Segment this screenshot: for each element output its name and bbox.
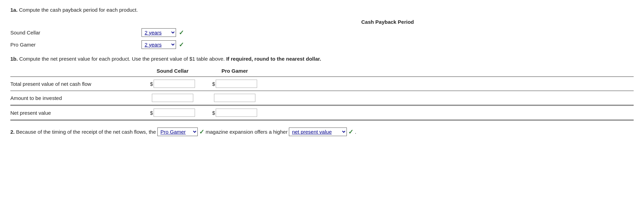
cash-payback-section: Cash Payback Period Sound Cellar 1 year …	[10, 19, 634, 49]
dollar-sign-1: $	[150, 81, 153, 87]
sound-cellar-payback-select[interactable]: 1 year 2 years 3 years 4 years 5 years	[142, 28, 176, 37]
npv-input-invested-pg[interactable]	[214, 94, 255, 102]
sound-cellar-label: Sound Cellar	[10, 30, 142, 35]
cash-payback-header: Cash Payback Period	[142, 19, 634, 25]
section-1a-number: 1a.	[10, 7, 18, 13]
section-1b-text: Compute the net present value for each p…	[18, 56, 225, 62]
npv-input-net-pg[interactable]	[216, 109, 257, 117]
npv-input-invested-sc[interactable]	[152, 94, 193, 102]
section-2: 2. Because of the timing of the receipt …	[10, 127, 634, 136]
npv-input-total-sc[interactable]	[154, 80, 195, 88]
npv-input-total-pg[interactable]	[216, 80, 257, 88]
pro-gamer-row: Pro Gamer 1 year 2 years 3 years 4 years…	[10, 40, 634, 49]
section-2-check2: ✓	[348, 128, 353, 136]
npv-label-net: Net present value	[10, 110, 142, 116]
npv-cell-total-sc: $	[142, 80, 204, 88]
section-1b-label: 1b. Compute the net present value for ea…	[10, 56, 634, 62]
npv-row-total: Total present value of net cash flow $ $	[10, 76, 634, 91]
pro-gamer-select-wrapper: 1 year 2 years 3 years 4 years 5 years ✓	[142, 40, 184, 49]
section-1a-text: Compute the cash payback period for each…	[18, 7, 138, 13]
npv-input-net-sc[interactable]	[154, 109, 195, 117]
section-1b-bold: If required, round to the nearest dollar…	[226, 56, 321, 62]
npv-cell-invested-sc	[142, 94, 204, 102]
section-2-check1: ✓	[199, 128, 204, 136]
section-2-pre-text: Because of the timing of the receipt of …	[16, 129, 156, 135]
section-2-product-select[interactable]: Sound Cellar Pro Gamer	[157, 127, 198, 136]
pro-gamer-check: ✓	[179, 41, 184, 49]
section-2-post-text: .	[355, 129, 356, 135]
section-2-mid-text: magazine expansion offers a higher	[206, 129, 287, 135]
npv-cell-net-pg: $	[204, 109, 266, 117]
sound-cellar-check: ✓	[179, 29, 184, 37]
dollar-sign-3: $	[150, 110, 153, 116]
npv-table: Sound Cellar Pro Gamer Total present val…	[10, 68, 634, 121]
sound-cellar-row: Sound Cellar 1 year 2 years 3 years 4 ye…	[10, 28, 634, 37]
npv-header-sound-cellar: Sound Cellar	[142, 68, 204, 74]
npv-row-invested: Amount to be invested	[10, 91, 634, 105]
npv-header-row: Sound Cellar Pro Gamer	[142, 68, 634, 74]
pro-gamer-payback-select[interactable]: 1 year 2 years 3 years 4 years 5 years	[142, 40, 176, 49]
dollar-sign-4: $	[212, 110, 215, 116]
npv-cell-net-sc: $	[142, 109, 204, 117]
npv-cell-invested-pg	[204, 94, 266, 102]
sound-cellar-select-wrapper: 1 year 2 years 3 years 4 years 5 years ✓	[142, 28, 184, 37]
section-1b: 1b. Compute the net present value for ea…	[10, 56, 634, 121]
section-2-value-select[interactable]: cash payback period net present value	[289, 127, 347, 136]
section-1b-number: 1b.	[10, 56, 18, 62]
dollar-sign-2: $	[212, 81, 215, 87]
pro-gamer-label: Pro Gamer	[10, 42, 142, 48]
npv-header-pro-gamer: Pro Gamer	[204, 68, 266, 74]
section-1a-label: 1a. Compute the cash payback period for …	[10, 7, 634, 13]
npv-row-net: Net present value $ $	[10, 105, 634, 121]
npv-label-total: Total present value of net cash flow	[10, 81, 142, 87]
npv-cell-total-pg: $	[204, 80, 266, 88]
section-2-number: 2.	[10, 129, 15, 135]
npv-label-invested: Amount to be invested	[10, 95, 142, 101]
